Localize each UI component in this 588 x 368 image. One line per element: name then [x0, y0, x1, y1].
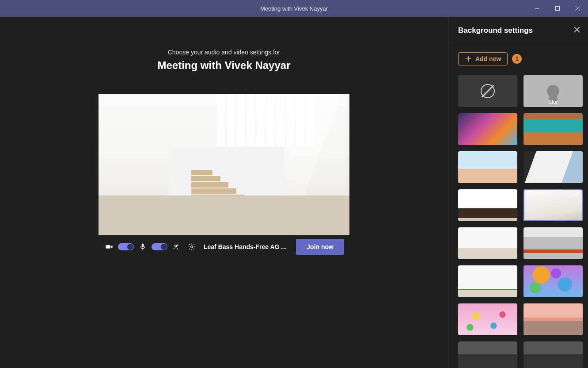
background-option-bg13[interactable]: [524, 303, 583, 335]
add-new-button[interactable]: Add new: [458, 52, 508, 65]
background-option-blur[interactable]: Blur: [524, 75, 583, 107]
prejoin-area: Choose your audio and video settings for…: [0, 17, 448, 368]
audio-device-name[interactable]: Leaf Bass Hands-Free AG Au...: [201, 243, 292, 250]
background-option-bg14[interactable]: [458, 341, 517, 368]
background-option-bg10[interactable]: [458, 265, 517, 297]
meeting-title: Meeting with Vivek Nayyar: [157, 59, 290, 72]
none-icon: [481, 84, 495, 98]
background-option-bg7[interactable]: [524, 189, 583, 221]
window-title: Meeting with Vivek Nayyar: [260, 5, 328, 12]
svg-rect-1: [556, 7, 560, 11]
microphone-toggle[interactable]: [152, 243, 167, 250]
camera-toggle[interactable]: [118, 243, 134, 250]
background-option-bg11[interactable]: [524, 265, 583, 297]
background-option-bg3[interactable]: [524, 113, 583, 145]
panel-header: Background settings: [448, 17, 588, 44]
background-option-none[interactable]: [458, 75, 517, 107]
join-now-button[interactable]: Join now: [296, 239, 344, 255]
panel-close-button[interactable]: [574, 27, 580, 34]
background-effects-button[interactable]: [171, 241, 182, 253]
prejoin-controls: Leaf Bass Hands-Free AG Au... Join now: [99, 235, 349, 258]
check-icon: [574, 191, 580, 199]
window-controls: [527, 0, 588, 17]
video-preview: [99, 94, 349, 235]
preview-background: [99, 94, 349, 235]
background-option-bg6[interactable]: [458, 189, 517, 221]
background-option-bg4[interactable]: [458, 151, 517, 183]
device-settings-button[interactable]: [186, 241, 197, 253]
add-new-badge: 1: [512, 54, 522, 64]
minimize-button[interactable]: [527, 0, 547, 17]
background-option-bg8[interactable]: [458, 227, 517, 259]
add-new-row: Add new 1: [458, 52, 583, 65]
camera-icon: [104, 242, 114, 252]
background-settings-panel: Background settings Add new 1 Blur: [448, 17, 588, 368]
background-grid: Blur: [458, 75, 583, 368]
svg-point-4: [175, 245, 177, 247]
background-option-bg12[interactable]: [458, 303, 517, 335]
svg-point-5: [191, 246, 193, 248]
panel-title: Background settings: [458, 26, 533, 35]
background-option-bg15[interactable]: [524, 341, 583, 368]
titlebar: Meeting with Vivek Nayyar: [0, 0, 588, 17]
background-option-bg9[interactable]: [524, 227, 583, 259]
background-option-bg2[interactable]: [458, 113, 517, 145]
microphone-icon: [137, 242, 148, 252]
blur-avatar-icon: [547, 85, 559, 97]
subheading: Choose your audio and video settings for: [168, 49, 281, 56]
plus-icon: [465, 55, 472, 62]
add-new-label: Add new: [475, 55, 501, 62]
panel-body: Add new 1 Blur: [448, 44, 588, 368]
background-option-bg5[interactable]: [524, 151, 583, 183]
background-option-label: Blur: [524, 99, 583, 105]
close-button[interactable]: [568, 0, 588, 17]
maximize-button[interactable]: [547, 0, 568, 17]
